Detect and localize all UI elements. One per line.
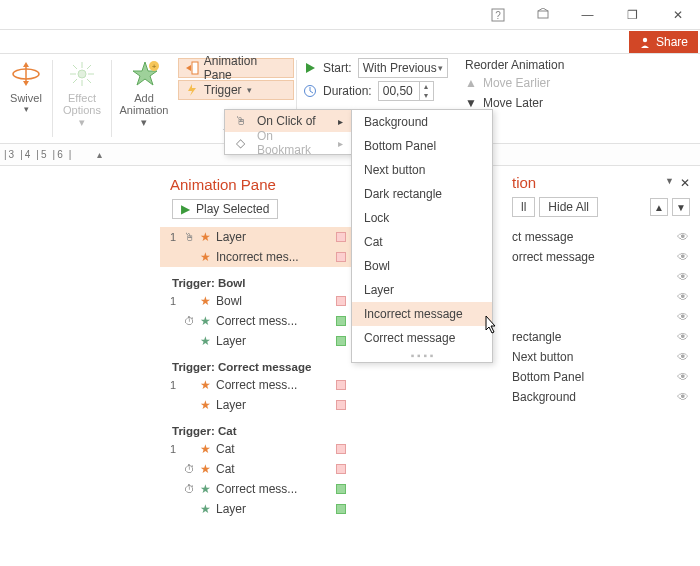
svg-rect-2 — [538, 11, 548, 18]
animation-pane: Animation Pane ▶Play Selected 1🖱★ Layer … — [160, 166, 360, 519]
sel-item[interactable]: Next button👁 — [512, 347, 692, 367]
svg-line-15 — [73, 79, 77, 83]
obj-dark-rectangle[interactable]: Dark rectangle — [352, 182, 492, 206]
animation-pane-button[interactable]: Animation Pane — [178, 58, 294, 78]
add-animation[interactable]: + AddAnimation ▾ — [112, 54, 176, 143]
visibility-icon[interactable]: 👁 — [674, 230, 692, 244]
obj-bottom-panel[interactable]: Bottom Panel — [352, 134, 492, 158]
ribbon-tabs-row: Share — [0, 30, 700, 54]
svg-marker-22 — [306, 63, 315, 73]
svg-marker-20 — [186, 65, 191, 71]
obj-correct-message[interactable]: Correct message — [352, 326, 492, 350]
trigger-icon — [185, 83, 199, 97]
click-icon: 🖱 — [233, 114, 249, 128]
submenu-on-bookmark: ◇ On Bookmark ▸ — [225, 132, 351, 154]
effect-options-label: EffectOptions ▾ — [59, 92, 105, 128]
anim-row-correct-2[interactable]: ★ Layer — [160, 395, 360, 415]
visibility-icon[interactable]: 👁 — [674, 350, 692, 364]
sel-item[interactable]: 👁 — [512, 287, 692, 307]
start-icon — [303, 61, 317, 75]
share-icon — [639, 36, 651, 48]
svg-line-25 — [310, 91, 313, 93]
visibility-icon[interactable]: 👁 — [674, 290, 692, 304]
svg-line-13 — [87, 79, 91, 83]
trigger-header-cat: Trigger: Cat — [160, 415, 360, 439]
svg-marker-5 — [23, 62, 29, 67]
show-all-button[interactable]: ll — [512, 197, 535, 217]
duration-spinner[interactable]: 00,50 ▴▾ — [378, 81, 434, 101]
swivel-icon — [10, 58, 42, 90]
duration-label: Duration: — [323, 84, 372, 98]
swivel-label: Swivel — [10, 92, 42, 104]
svg-text:+: + — [152, 62, 157, 71]
move-up-button[interactable]: ▲ — [650, 198, 668, 216]
obj-bowl[interactable]: Bowl — [352, 254, 492, 278]
effect-options-icon — [66, 58, 98, 90]
sel-item[interactable]: ct message👁 — [512, 227, 692, 247]
svg-point-7 — [78, 70, 86, 78]
play-selected-button[interactable]: ▶Play Selected — [172, 199, 278, 219]
anim-row-cat-1[interactable]: 1★ Cat — [160, 439, 360, 459]
anim-row-bowl-2[interactable]: ⏱★ Correct mess... — [160, 311, 360, 331]
sel-item[interactable]: orrect message👁 — [512, 247, 692, 267]
trigger-submenu: 🖱 On Click of ▸ ◇ On Bookmark ▸ — [224, 109, 352, 155]
sel-item[interactable]: 👁 — [512, 267, 692, 287]
animation-pane-title: Animation Pane — [170, 176, 360, 193]
sel-item[interactable]: Bottom Panel👁 — [512, 367, 692, 387]
effect-swivel[interactable]: Swivel ▾ — [0, 54, 52, 143]
svg-rect-19 — [192, 62, 198, 74]
svg-marker-6 — [23, 81, 29, 86]
svg-line-14 — [87, 65, 91, 69]
svg-text:?: ? — [495, 10, 501, 21]
obj-incorrect-message[interactable]: Incorrect message — [352, 302, 492, 326]
add-animation-icon: + — [128, 58, 160, 90]
selection-pane-title: tion — [512, 174, 536, 191]
sel-item[interactable]: rectangle👁 — [512, 327, 692, 347]
obj-background[interactable]: Background — [352, 110, 492, 134]
visibility-icon[interactable]: 👁 — [674, 370, 692, 384]
visibility-icon[interactable]: 👁 — [674, 310, 692, 324]
move-earlier: ▲Move Earlier — [465, 74, 564, 92]
trigger-header-bowl: Trigger: Bowl — [160, 267, 360, 291]
pane-collapse-icon[interactable]: ▴ — [97, 149, 102, 160]
selection-pane: tion ▼ ✕ ll Hide All ▲ ▼ ct message👁 orr… — [496, 166, 696, 407]
obj-layer[interactable]: Layer — [352, 278, 492, 302]
obj-lock[interactable]: Lock — [352, 206, 492, 230]
anim-row-cat-3[interactable]: ⏱★ Correct mess... — [160, 479, 360, 499]
start-label: Start: — [323, 61, 352, 75]
visibility-icon[interactable]: 👁 — [674, 250, 692, 264]
visibility-icon[interactable]: 👁 — [674, 390, 692, 404]
sel-item[interactable]: 👁 — [512, 307, 692, 327]
ribbon-options-button[interactable] — [520, 1, 565, 29]
svg-point-3 — [643, 37, 647, 41]
obj-next-button[interactable]: Next button — [352, 158, 492, 182]
move-down-button[interactable]: ▼ — [672, 198, 690, 216]
add-animation-label: AddAnimation ▾ — [118, 92, 170, 128]
trigger-button[interactable]: Trigger ▾ — [178, 80, 294, 100]
pane-close-icon[interactable]: ✕ — [680, 176, 690, 190]
hide-all-button[interactable]: Hide All — [539, 197, 598, 217]
anim-row-correct-1[interactable]: 1★ Correct mess... — [160, 375, 360, 395]
share-button[interactable]: Share — [629, 31, 698, 53]
help-button[interactable]: ? — [475, 1, 520, 29]
anim-row-layer-1[interactable]: 1🖱★ Layer — [160, 227, 360, 247]
bookmark-icon: ◇ — [233, 136, 249, 150]
visibility-icon[interactable]: 👁 — [674, 270, 692, 284]
duration-icon — [303, 84, 317, 98]
anim-row-bowl-3[interactable]: ★ Layer — [160, 331, 360, 351]
anim-row-incorrect[interactable]: ★ Incorrect mes... — [160, 247, 360, 267]
reorder-header: Reorder Animation — [465, 58, 564, 72]
anim-row-cat-2[interactable]: ⏱★ Cat — [160, 459, 360, 479]
svg-marker-21 — [188, 84, 196, 96]
obj-cat[interactable]: Cat — [352, 230, 492, 254]
minimize-button[interactable]: — — [565, 1, 610, 29]
pane-menu-icon[interactable]: ▼ — [665, 176, 674, 190]
sel-item[interactable]: Background👁 — [512, 387, 692, 407]
close-button[interactable]: ✕ — [655, 1, 700, 29]
anim-row-cat-4[interactable]: ★ Layer — [160, 499, 360, 519]
trigger-header-correct: Trigger: Correct message — [160, 351, 360, 375]
visibility-icon[interactable]: 👁 — [674, 330, 692, 344]
restore-button[interactable]: ❐ — [610, 1, 655, 29]
start-combo[interactable]: With Previous ▾ — [358, 58, 448, 78]
anim-row-bowl-1[interactable]: 1★ Bowl — [160, 291, 360, 311]
